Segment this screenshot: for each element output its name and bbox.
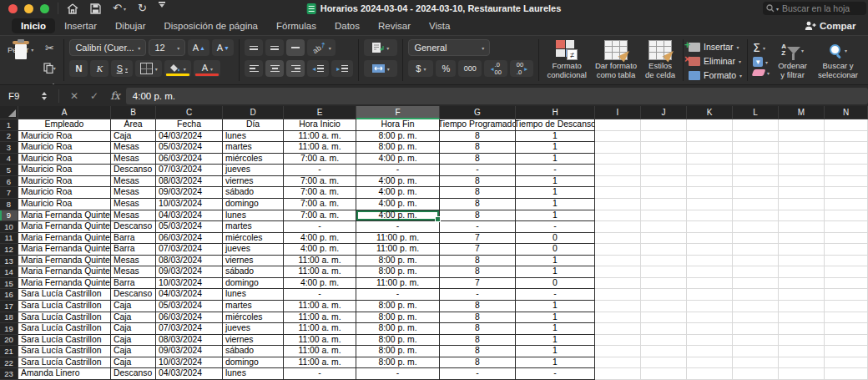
cell-I2[interactable] — [595, 131, 641, 143]
cell-N2[interactable] — [825, 131, 868, 143]
cell-G6[interactable]: 8 — [440, 176, 516, 188]
cell-J1[interactable] — [641, 119, 687, 131]
cell-L10[interactable] — [733, 221, 779, 233]
cell-N6[interactable] — [825, 176, 868, 188]
cell-I23[interactable] — [595, 368, 641, 380]
cell-B9[interactable]: Mesas — [111, 210, 156, 222]
cell-M7[interactable] — [779, 187, 825, 199]
cell-H15[interactable]: 0 — [516, 278, 595, 290]
cell-C21[interactable]: 09/03/2024 — [156, 346, 223, 357]
align-right-button[interactable] — [286, 60, 305, 77]
borders-button[interactable]: ▾ — [135, 60, 162, 77]
cell-K17[interactable] — [687, 301, 733, 312]
cell-F5[interactable]: - — [356, 165, 440, 176]
cell-C8[interactable]: 10/03/2024 — [156, 199, 223, 210]
cell-D22[interactable]: domingo — [223, 357, 284, 369]
delete-cells-button[interactable]: Eliminar▾ — [689, 55, 741, 67]
cell-A17[interactable]: Sara Lucía Castrillon — [18, 301, 111, 312]
cell-D10[interactable]: martes — [223, 221, 284, 233]
cell-K19[interactable] — [687, 323, 733, 335]
cell-J19[interactable] — [641, 323, 687, 335]
cell-F1[interactable]: Hora Fin — [356, 119, 440, 131]
cell-N23[interactable] — [825, 368, 868, 380]
cell-I11[interactable] — [595, 233, 641, 245]
row-header-11[interactable]: 11 — [0, 233, 18, 245]
italic-button[interactable]: K — [90, 60, 108, 77]
cell-I10[interactable] — [595, 221, 641, 233]
sheet-search-box[interactable]: ▾ — [763, 2, 866, 15]
cell-C4[interactable]: 06/03/2024 — [156, 154, 223, 165]
cell-K3[interactable] — [687, 142, 733, 154]
cell-G16[interactable]: - — [440, 289, 516, 301]
cell-L2[interactable] — [733, 131, 779, 143]
tab-revisar[interactable]: Revisar — [369, 18, 420, 33]
cell-J14[interactable] — [641, 266, 687, 278]
row-header-1[interactable]: 1 — [0, 119, 18, 131]
cell-B23[interactable]: Descanso — [111, 368, 156, 380]
cell-B13[interactable]: Mesas — [111, 256, 156, 267]
cell-K18[interactable] — [687, 312, 733, 324]
cell-E22[interactable]: 11:00 a. m. — [284, 357, 356, 369]
column-header-c[interactable]: C — [156, 106, 223, 119]
cell-J8[interactable] — [641, 199, 687, 210]
cell-A3[interactable]: Mauricio Roa — [18, 142, 111, 154]
cell-L9[interactable] — [733, 210, 779, 222]
decrease-decimal-button[interactable]: 00.0▸ — [510, 60, 533, 77]
cell-H10[interactable]: - — [516, 221, 595, 233]
cell-B6[interactable]: Mesas — [111, 176, 156, 188]
decrease-font-size-button[interactable]: A▼ — [212, 39, 234, 56]
tab-inicio[interactable]: Inicio — [12, 18, 55, 33]
confirm-entry-icon[interactable]: ✓ — [90, 90, 98, 102]
cell-A6[interactable]: Mauricio Roa — [18, 176, 111, 188]
row-header-7[interactable]: 7 — [0, 187, 18, 199]
search-scope-caret-icon[interactable]: ▾ — [776, 6, 779, 12]
cell-A20[interactable]: Sara Lucía Castrillon — [18, 335, 111, 347]
tab-datos[interactable]: Datos — [326, 18, 369, 33]
cell-A12[interactable]: Maria Fernanda Quintero — [18, 244, 111, 256]
cell-F20[interactable]: 8:00 p. m. — [356, 335, 440, 347]
cell-H2[interactable]: 1 — [516, 131, 595, 143]
cell-M14[interactable] — [779, 266, 825, 278]
cell-E11[interactable]: 4:00 p. m. — [284, 233, 356, 245]
cell-M9[interactable] — [779, 210, 825, 222]
cell-L4[interactable] — [733, 154, 779, 165]
cell-E21[interactable]: 11:00 a. m. — [284, 346, 356, 357]
cell-F10[interactable]: - — [356, 221, 440, 233]
cell-F9[interactable]: 4:00 p. m. — [356, 210, 440, 222]
cell-K16[interactable] — [687, 289, 733, 301]
cell-M23[interactable] — [779, 368, 825, 380]
cell-D20[interactable]: viernes — [223, 335, 284, 347]
cell-L16[interactable] — [733, 289, 779, 301]
cell-F14[interactable]: 8:00 p. m. — [356, 266, 440, 278]
orientation-button[interactable]: ab↗▾ — [307, 39, 336, 56]
cell-N11[interactable] — [825, 233, 868, 245]
find-select-button[interactable]: ▾ Buscar yseleccionar — [815, 39, 860, 80]
cell-L1[interactable] — [733, 119, 779, 131]
font-color-button[interactable]: A ▾ — [194, 60, 220, 77]
cell-D15[interactable]: domingo — [223, 278, 284, 290]
align-middle-button[interactable] — [265, 39, 284, 56]
cell-B15[interactable]: Barra — [111, 278, 156, 290]
align-left-button[interactable] — [245, 60, 263, 77]
cell-J23[interactable] — [641, 368, 687, 380]
cell-C11[interactable]: 06/03/2024 — [156, 233, 223, 245]
cell-K23[interactable] — [687, 368, 733, 380]
cell-I12[interactable] — [595, 244, 641, 256]
cell-F7[interactable]: 4:00 p. m. — [356, 187, 440, 199]
cell-H8[interactable]: 1 — [516, 199, 595, 210]
cell-D2[interactable]: lunes — [223, 131, 284, 143]
cell-D17[interactable]: martes — [223, 301, 284, 312]
cell-N9[interactable] — [825, 210, 868, 222]
cell-E15[interactable]: 4:00 p. m. — [284, 278, 356, 290]
cell-K4[interactable] — [687, 154, 733, 165]
cell-B2[interactable]: Caja — [111, 131, 156, 143]
cell-F3[interactable]: 8:00 p. m. — [356, 142, 440, 154]
cell-G10[interactable]: - — [440, 221, 516, 233]
zoom-window-button[interactable] — [40, 4, 49, 13]
cell-G22[interactable]: 8 — [440, 357, 516, 369]
row-header-14[interactable]: 14 — [0, 266, 18, 278]
cell-K5[interactable] — [687, 165, 733, 176]
cell-G7[interactable]: 8 — [440, 187, 516, 199]
cell-B11[interactable]: Barra — [111, 233, 156, 245]
cell-H23[interactable]: - — [516, 368, 595, 380]
